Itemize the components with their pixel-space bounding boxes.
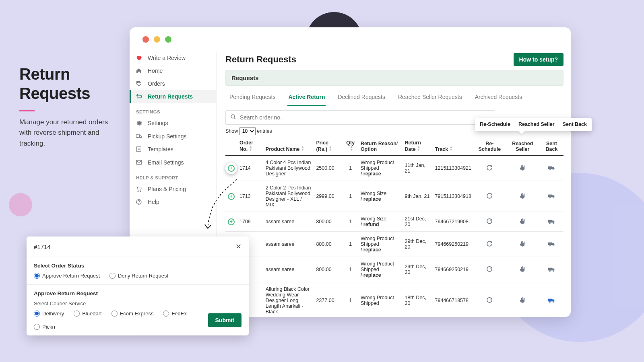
radio-input[interactable] [111, 311, 118, 317]
tabs: Pending RequestsActive ReturnDeclined Re… [225, 86, 564, 106]
sidebar-item-email-settings[interactable]: Email Settings [130, 156, 216, 169]
col-date[interactable]: Return Date▲▼ [402, 137, 433, 156]
reschedule-icon[interactable] [486, 265, 493, 274]
promo-title: ReturnRequests [19, 64, 116, 103]
reschedule-icon[interactable] [486, 164, 493, 173]
svg-point-17 [549, 197, 551, 198]
svg-point-29 [549, 301, 551, 302]
close-icon[interactable]: ✕ [235, 242, 242, 251]
sent-back-icon[interactable] [547, 192, 555, 201]
radio-input[interactable] [109, 273, 116, 279]
sidebar-item-label: Templates [148, 146, 173, 152]
sidebar-item-orders[interactable]: Orders [130, 77, 216, 90]
svg-point-7 [138, 191, 138, 191]
table-row: +17132 Color 2 Pcs Indian Pakistani Boll… [225, 181, 564, 212]
svg-point-26 [549, 270, 551, 271]
promo-desc: Manage your returned orders with reverse… [19, 117, 116, 149]
tab-pending-requests[interactable]: Pending Requests [229, 91, 276, 106]
radio-input[interactable] [34, 273, 40, 279]
reached-seller-icon[interactable] [519, 240, 526, 249]
sidebar-item-pickup-settings[interactable]: Pickup Settings [130, 130, 216, 143]
sent-back-icon[interactable] [547, 240, 555, 249]
cell-track: 7915113304918 [433, 181, 474, 212]
returns-table: Order No.▲▼Product Name▲▼Price (Rs.)▲▼Qt… [225, 137, 564, 317]
sidebar-item-return-requests[interactable]: Return Requests [130, 90, 216, 103]
search-bar[interactable] [225, 110, 495, 125]
entries-select[interactable]: 10 [239, 127, 256, 135]
radio-input[interactable] [163, 311, 169, 317]
action-legend-popover: Re-Schedule Reached Seller Sent Back [475, 118, 592, 131]
sent-back-icon[interactable] [547, 265, 555, 274]
cell-price: 2377.00 [314, 282, 343, 317]
reschedule-icon[interactable] [486, 296, 493, 305]
sent-back-icon[interactable] [547, 164, 555, 173]
sidebar-section-settings: SETTINGS [130, 103, 216, 117]
tab-active-return[interactable]: Active Return [287, 91, 326, 106]
order-action-modal: #1714 ✕ Select Order Status Approve Retu… [27, 237, 249, 335]
submit-button[interactable]: Submit [208, 313, 242, 327]
expand-icon[interactable]: + [228, 193, 235, 200]
main-panel: Return Requests How to setup? Requests P… [217, 51, 571, 317]
cell-reason: Wrong Product Shipped/ replace [358, 257, 402, 282]
truck-icon [135, 133, 142, 140]
col-product[interactable]: Product Name▲▼ [263, 137, 314, 156]
tab-declined-requests[interactable]: Declined Requests [337, 91, 386, 106]
search-input[interactable] [237, 113, 491, 122]
radio-input[interactable] [34, 311, 40, 317]
help-icon [135, 199, 142, 205]
cell-product: assam saree [263, 212, 314, 232]
table-row: assam saree800.001Wrong Product Shipped/… [225, 232, 564, 257]
reached-seller-icon[interactable] [519, 296, 526, 305]
cell-reason: Wrong Product Shipped/ replace [358, 232, 402, 257]
sidebar-write-review[interactable]: Write a Review [130, 51, 216, 64]
sidebar-item-label: Help [148, 199, 159, 205]
cell-track: 1215113304921 [433, 156, 474, 181]
courier-option[interactable]: Bluedart [74, 311, 101, 317]
col-track[interactable]: Track▲▼ [433, 137, 474, 156]
sidebar-item-settings[interactable]: Settings [130, 117, 216, 130]
reschedule-icon[interactable] [486, 192, 493, 201]
radio-input[interactable] [74, 311, 80, 317]
cell-qty: 1 [343, 232, 358, 257]
courier-option[interactable]: Delhivery [34, 311, 64, 317]
sidebar-item-templates[interactable]: Templates [130, 143, 216, 156]
reached-seller-icon[interactable] [519, 192, 526, 201]
courier-option[interactable]: Pickrr [34, 324, 56, 330]
svg-point-15 [553, 169, 554, 170]
sidebar-item-label: Home [148, 68, 163, 74]
tab-archived-requests[interactable]: Archived Requests [474, 91, 523, 106]
courier-option[interactable]: Ecom Express [111, 311, 154, 317]
status-option[interactable]: Deny Return Request [109, 273, 168, 279]
courier-option[interactable]: FedEx [163, 311, 187, 317]
reschedule-icon[interactable] [486, 240, 493, 249]
reached-seller-icon[interactable] [519, 164, 526, 173]
expand-icon[interactable]: + [228, 218, 235, 225]
cell-price: 2999.00 [314, 181, 343, 212]
window-max-dot[interactable] [165, 36, 171, 43]
col-reason[interactable]: Return Reason/ Option [358, 137, 402, 156]
return-icon [135, 93, 142, 100]
how-to-setup-button[interactable]: How to setup? [514, 53, 564, 66]
sidebar-item-help[interactable]: Help [130, 195, 216, 208]
col-reached: Reached Seller [506, 137, 540, 156]
svg-point-18 [553, 197, 554, 198]
status-option[interactable]: Approve Return Request [34, 273, 100, 279]
svg-point-8 [140, 191, 141, 191]
radio-input[interactable] [34, 324, 40, 330]
window-min-dot[interactable] [154, 36, 160, 43]
sidebar-item-plans-pricing[interactable]: Plans & Pricing [130, 183, 216, 195]
status-label: Select Order Status [34, 263, 242, 269]
tab-reached-seller-requests[interactable]: Reached Seller Requests [397, 91, 463, 106]
col-order[interactable]: Order No.▲▼ [237, 137, 263, 156]
expand-icon[interactable]: + [228, 165, 235, 172]
reschedule-icon[interactable] [486, 218, 493, 226]
col-qty[interactable]: Qty▲▼ [343, 137, 358, 156]
reached-seller-icon[interactable] [519, 265, 526, 274]
sidebar-item-home[interactable]: Home [130, 64, 216, 77]
col-price[interactable]: Price (Rs.)▲▼ [314, 137, 343, 156]
svg-point-27 [553, 270, 554, 271]
window-close-dot[interactable] [142, 36, 149, 43]
reached-seller-icon[interactable] [519, 217, 526, 226]
sent-back-icon[interactable] [547, 296, 555, 305]
sent-back-icon[interactable] [547, 217, 555, 226]
